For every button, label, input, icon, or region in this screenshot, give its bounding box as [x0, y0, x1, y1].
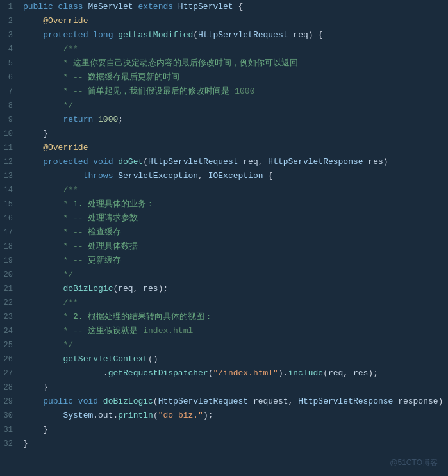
- line-number: 11: [0, 141, 21, 155]
- token-plain: (: [153, 411, 158, 420]
- token-method-name: include: [288, 368, 324, 378]
- token-plain: [23, 284, 63, 293]
- token-comment-chinese: 更新缓存: [88, 256, 121, 265]
- token-comment: index.html: [143, 326, 193, 336]
- code-lines: 1public class MeServlet extends HttpServ…: [0, 0, 448, 451]
- token-plain: ) {: [438, 397, 448, 406]
- token-plain: );: [158, 284, 169, 293]
- line-number: 21: [0, 282, 21, 296]
- token-comment: * --: [63, 242, 88, 251]
- line-number: 31: [0, 423, 21, 437]
- token-param-name: response: [398, 397, 438, 406]
- token-plain: [23, 227, 63, 237]
- token-plain: }: [43, 129, 48, 138]
- token-param-name: req: [243, 157, 258, 167]
- token-plain: [23, 312, 63, 322]
- line-content: /**: [21, 42, 448, 56]
- token-plain: [23, 72, 63, 82]
- code-line: 6 * -- 数据缓存最后更新的时间: [0, 70, 448, 85]
- line-content: /**: [21, 183, 448, 197]
- line-content: * -- 更新缓存: [21, 254, 448, 268]
- line-number: 16: [0, 211, 21, 226]
- token-comment: 1000: [235, 86, 254, 96]
- token-comment: *: [63, 199, 73, 209]
- line-number: 2: [0, 14, 21, 28]
- token-comment-chinese: 2. 根据处理的结果转向具体的视图：: [73, 312, 213, 322]
- token-comment: /**: [63, 185, 78, 195]
- token-plain: ): [383, 157, 388, 167]
- line-number: 28: [0, 381, 21, 395]
- code-line: 1public class MeServlet extends HttpServ…: [0, 0, 448, 14]
- line-content: }: [21, 381, 448, 395]
- line-number: 8: [0, 99, 21, 113]
- code-line: 18 * -- 处理具体数据: [0, 240, 448, 254]
- code-line: 26 getServletContext(): [0, 352, 448, 366]
- line-number: 32: [0, 437, 21, 451]
- token-plain: );: [203, 411, 213, 420]
- line-content: * 这里你要自己决定动态内容的最后修改时间，例如你可以返回: [21, 56, 448, 70]
- token-plain: [23, 213, 63, 223]
- line-content: }: [21, 423, 448, 437]
- token-plain: [23, 16, 43, 26]
- token-plain: );: [368, 368, 378, 378]
- token-method-name: getLastModified: [118, 30, 193, 40]
- token-plain: [23, 270, 63, 279]
- token-kw-public: class: [58, 2, 88, 12]
- token-kw-throws: throws: [83, 171, 119, 181]
- line-number: 5: [0, 56, 21, 70]
- token-plain: [23, 397, 43, 406]
- token-plain: [23, 326, 63, 336]
- line-number: 15: [0, 197, 21, 211]
- token-class-name: HttpServletRequest: [198, 30, 293, 40]
- token-param-name: res: [368, 157, 383, 167]
- token-comment: /**: [63, 44, 78, 54]
- token-class-name: HttpServletRequest: [158, 397, 253, 406]
- token-plain: ,: [133, 284, 144, 293]
- line-content: * -- 数据缓存最后更新的时间: [21, 70, 448, 85]
- token-comment: */: [63, 270, 73, 279]
- code-line: 30 System.out.println("do biz.");: [0, 409, 448, 423]
- code-line: 9 return 1000;: [0, 113, 448, 127]
- token-kw-extends: extends: [138, 2, 178, 12]
- line-number: 7: [0, 85, 21, 99]
- token-plain: [23, 44, 63, 54]
- token-comment: * --: [63, 326, 88, 336]
- line-number: 1: [0, 0, 21, 14]
- token-kw-protected: protected: [43, 157, 93, 167]
- token-class-name: IOException: [208, 171, 269, 181]
- token-string-val: "do biz.": [158, 411, 203, 420]
- line-content: protected long getLastModified(HttpServl…: [21, 28, 448, 42]
- code-line: 21 doBizLogic(req, res);: [0, 282, 448, 296]
- line-number: 10: [0, 127, 21, 141]
- token-plain: [23, 86, 63, 96]
- line-number: 9: [0, 113, 21, 127]
- token-kw-public: public: [23, 2, 58, 12]
- token-comment-chinese: 数据缓存最后更新的时间: [88, 72, 179, 82]
- token-plain: [23, 298, 63, 308]
- token-comment: */: [63, 340, 73, 350]
- token-method-name: getServletContext: [63, 354, 148, 364]
- code-line: 2 @Override: [0, 14, 448, 28]
- token-comment-chinese: 处理具体数据: [88, 242, 138, 251]
- token-plain: [23, 354, 63, 364]
- token-plain: ,: [288, 397, 299, 406]
- code-line: 10 }: [0, 127, 448, 141]
- token-plain: (: [323, 368, 328, 378]
- line-content: }: [21, 437, 448, 451]
- line-content: */: [21, 268, 448, 282]
- token-param-name: res: [353, 368, 368, 378]
- token-comment-chinese: 简单起见，我们假设最后的修改时间是: [88, 86, 235, 96]
- line-number: 24: [0, 324, 21, 338]
- token-plain: }: [23, 439, 28, 448]
- token-comment-chinese: 这里假设就是: [88, 326, 143, 336]
- token-comment: * --: [63, 227, 88, 237]
- line-content: }: [21, 127, 448, 141]
- code-line: 4 /**: [0, 42, 448, 56]
- line-content: getServletContext(): [21, 352, 448, 366]
- token-plain: {: [268, 171, 273, 181]
- token-string-val: "/index.html": [213, 368, 278, 378]
- code-line: 29 public void doBizLogic(HttpServletReq…: [0, 395, 448, 409]
- token-param-name: out: [98, 411, 113, 420]
- token-plain: [23, 30, 43, 40]
- token-comment: * --: [63, 213, 88, 223]
